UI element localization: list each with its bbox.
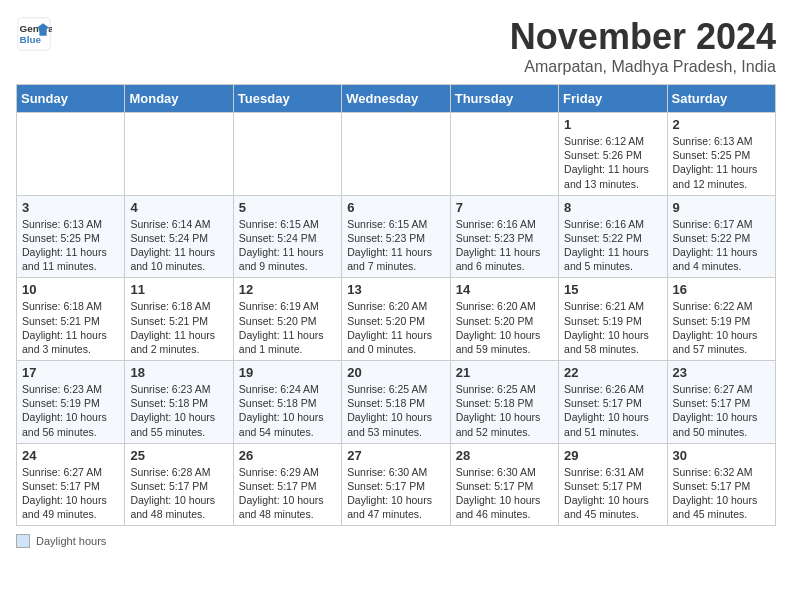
calendar-cell: 3Sunrise: 6:13 AM Sunset: 5:25 PM Daylig… <box>17 195 125 278</box>
calendar-cell: 15Sunrise: 6:21 AM Sunset: 5:19 PM Dayli… <box>559 278 667 361</box>
calendar-cell <box>342 113 450 196</box>
day-number: 27 <box>347 448 444 463</box>
calendar-cell: 22Sunrise: 6:26 AM Sunset: 5:17 PM Dayli… <box>559 361 667 444</box>
day-info: Sunrise: 6:20 AM Sunset: 5:20 PM Dayligh… <box>347 299 444 356</box>
legend: Daylight hours <box>16 534 776 548</box>
day-number: 2 <box>673 117 770 132</box>
day-number: 25 <box>130 448 227 463</box>
calendar-cell: 23Sunrise: 6:27 AM Sunset: 5:17 PM Dayli… <box>667 361 775 444</box>
day-number: 14 <box>456 282 553 297</box>
day-info: Sunrise: 6:14 AM Sunset: 5:24 PM Dayligh… <box>130 217 227 274</box>
calendar-cell <box>17 113 125 196</box>
calendar-cell: 4Sunrise: 6:14 AM Sunset: 5:24 PM Daylig… <box>125 195 233 278</box>
day-number: 4 <box>130 200 227 215</box>
day-info: Sunrise: 6:31 AM Sunset: 5:17 PM Dayligh… <box>564 465 661 522</box>
calendar-cell: 14Sunrise: 6:20 AM Sunset: 5:20 PM Dayli… <box>450 278 558 361</box>
weekday-header-thursday: Thursday <box>450 85 558 113</box>
day-number: 30 <box>673 448 770 463</box>
day-info: Sunrise: 6:28 AM Sunset: 5:17 PM Dayligh… <box>130 465 227 522</box>
day-info: Sunrise: 6:20 AM Sunset: 5:20 PM Dayligh… <box>456 299 553 356</box>
calendar-cell: 29Sunrise: 6:31 AM Sunset: 5:17 PM Dayli… <box>559 443 667 526</box>
calendar-cell: 25Sunrise: 6:28 AM Sunset: 5:17 PM Dayli… <box>125 443 233 526</box>
day-number: 24 <box>22 448 119 463</box>
calendar-week-5: 24Sunrise: 6:27 AM Sunset: 5:17 PM Dayli… <box>17 443 776 526</box>
day-number: 7 <box>456 200 553 215</box>
legend-label: Daylight hours <box>36 535 106 547</box>
day-info: Sunrise: 6:12 AM Sunset: 5:26 PM Dayligh… <box>564 134 661 191</box>
calendar-cell: 13Sunrise: 6:20 AM Sunset: 5:20 PM Dayli… <box>342 278 450 361</box>
calendar-title: November 2024 <box>510 16 776 58</box>
weekday-header-monday: Monday <box>125 85 233 113</box>
calendar-cell: 1Sunrise: 6:12 AM Sunset: 5:26 PM Daylig… <box>559 113 667 196</box>
calendar-cell: 11Sunrise: 6:18 AM Sunset: 5:21 PM Dayli… <box>125 278 233 361</box>
calendar-cell: 2Sunrise: 6:13 AM Sunset: 5:25 PM Daylig… <box>667 113 775 196</box>
day-number: 3 <box>22 200 119 215</box>
day-info: Sunrise: 6:25 AM Sunset: 5:18 PM Dayligh… <box>347 382 444 439</box>
day-number: 21 <box>456 365 553 380</box>
day-number: 13 <box>347 282 444 297</box>
calendar-week-1: 1Sunrise: 6:12 AM Sunset: 5:26 PM Daylig… <box>17 113 776 196</box>
day-info: Sunrise: 6:29 AM Sunset: 5:17 PM Dayligh… <box>239 465 336 522</box>
calendar-cell: 17Sunrise: 6:23 AM Sunset: 5:19 PM Dayli… <box>17 361 125 444</box>
calendar-cell: 27Sunrise: 6:30 AM Sunset: 5:17 PM Dayli… <box>342 443 450 526</box>
weekday-header-saturday: Saturday <box>667 85 775 113</box>
day-info: Sunrise: 6:25 AM Sunset: 5:18 PM Dayligh… <box>456 382 553 439</box>
calendar-week-4: 17Sunrise: 6:23 AM Sunset: 5:19 PM Dayli… <box>17 361 776 444</box>
day-info: Sunrise: 6:15 AM Sunset: 5:24 PM Dayligh… <box>239 217 336 274</box>
day-info: Sunrise: 6:27 AM Sunset: 5:17 PM Dayligh… <box>22 465 119 522</box>
day-number: 26 <box>239 448 336 463</box>
day-number: 17 <box>22 365 119 380</box>
calendar-cell: 26Sunrise: 6:29 AM Sunset: 5:17 PM Dayli… <box>233 443 341 526</box>
weekday-header-tuesday: Tuesday <box>233 85 341 113</box>
calendar-cell: 7Sunrise: 6:16 AM Sunset: 5:23 PM Daylig… <box>450 195 558 278</box>
weekday-header-sunday: Sunday <box>17 85 125 113</box>
calendar-cell: 19Sunrise: 6:24 AM Sunset: 5:18 PM Dayli… <box>233 361 341 444</box>
day-info: Sunrise: 6:32 AM Sunset: 5:17 PM Dayligh… <box>673 465 770 522</box>
calendar-cell: 9Sunrise: 6:17 AM Sunset: 5:22 PM Daylig… <box>667 195 775 278</box>
day-number: 6 <box>347 200 444 215</box>
calendar-cell: 28Sunrise: 6:30 AM Sunset: 5:17 PM Dayli… <box>450 443 558 526</box>
day-info: Sunrise: 6:13 AM Sunset: 5:25 PM Dayligh… <box>673 134 770 191</box>
calendar-cell: 5Sunrise: 6:15 AM Sunset: 5:24 PM Daylig… <box>233 195 341 278</box>
day-number: 16 <box>673 282 770 297</box>
calendar-cell: 24Sunrise: 6:27 AM Sunset: 5:17 PM Dayli… <box>17 443 125 526</box>
legend-swatch <box>16 534 30 548</box>
calendar-week-3: 10Sunrise: 6:18 AM Sunset: 5:21 PM Dayli… <box>17 278 776 361</box>
day-info: Sunrise: 6:27 AM Sunset: 5:17 PM Dayligh… <box>673 382 770 439</box>
day-info: Sunrise: 6:23 AM Sunset: 5:19 PM Dayligh… <box>22 382 119 439</box>
day-number: 11 <box>130 282 227 297</box>
day-number: 20 <box>347 365 444 380</box>
day-number: 15 <box>564 282 661 297</box>
calendar-cell: 30Sunrise: 6:32 AM Sunset: 5:17 PM Dayli… <box>667 443 775 526</box>
calendar-subtitle: Amarpatan, Madhya Pradesh, India <box>510 58 776 76</box>
logo-icon: General Blue <box>16 16 52 52</box>
day-number: 12 <box>239 282 336 297</box>
calendar-cell: 10Sunrise: 6:18 AM Sunset: 5:21 PM Dayli… <box>17 278 125 361</box>
calendar-cell <box>125 113 233 196</box>
day-info: Sunrise: 6:22 AM Sunset: 5:19 PM Dayligh… <box>673 299 770 356</box>
day-info: Sunrise: 6:13 AM Sunset: 5:25 PM Dayligh… <box>22 217 119 274</box>
logo: General Blue <box>16 16 52 52</box>
day-number: 8 <box>564 200 661 215</box>
calendar-cell: 18Sunrise: 6:23 AM Sunset: 5:18 PM Dayli… <box>125 361 233 444</box>
weekday-header-friday: Friday <box>559 85 667 113</box>
svg-text:General: General <box>20 23 52 34</box>
calendar-cell <box>233 113 341 196</box>
day-info: Sunrise: 6:18 AM Sunset: 5:21 PM Dayligh… <box>22 299 119 356</box>
day-number: 5 <box>239 200 336 215</box>
day-info: Sunrise: 6:21 AM Sunset: 5:19 PM Dayligh… <box>564 299 661 356</box>
day-info: Sunrise: 6:15 AM Sunset: 5:23 PM Dayligh… <box>347 217 444 274</box>
svg-text:Blue: Blue <box>20 34 42 45</box>
calendar-week-2: 3Sunrise: 6:13 AM Sunset: 5:25 PM Daylig… <box>17 195 776 278</box>
calendar-cell: 8Sunrise: 6:16 AM Sunset: 5:22 PM Daylig… <box>559 195 667 278</box>
calendar-cell: 21Sunrise: 6:25 AM Sunset: 5:18 PM Dayli… <box>450 361 558 444</box>
day-info: Sunrise: 6:19 AM Sunset: 5:20 PM Dayligh… <box>239 299 336 356</box>
calendar-cell: 16Sunrise: 6:22 AM Sunset: 5:19 PM Dayli… <box>667 278 775 361</box>
calendar-cell: 12Sunrise: 6:19 AM Sunset: 5:20 PM Dayli… <box>233 278 341 361</box>
day-number: 10 <box>22 282 119 297</box>
weekday-header-wednesday: Wednesday <box>342 85 450 113</box>
day-info: Sunrise: 6:16 AM Sunset: 5:23 PM Dayligh… <box>456 217 553 274</box>
day-number: 29 <box>564 448 661 463</box>
calendar-cell <box>450 113 558 196</box>
page-header: General Blue November 2024 Amarpatan, Ma… <box>16 16 776 76</box>
